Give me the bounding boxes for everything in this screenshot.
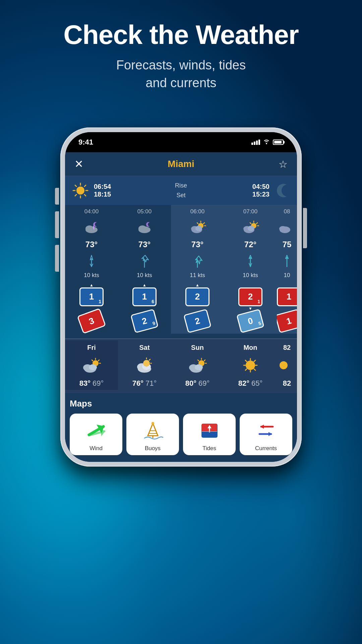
maps-title: Maps — [70, 398, 292, 409]
sun-times: 06:54 18:15 — [94, 183, 111, 198]
weather-icon-col-2 — [171, 217, 224, 238]
wind-arrow-col-4 — [277, 251, 297, 271]
hour-col-4: 08 — [277, 205, 297, 217]
svg-point-52 — [143, 360, 150, 367]
phone-screen: 9:41 — [65, 132, 297, 462]
svg-line-72 — [245, 369, 247, 370]
day-col-mon[interactable]: Mon — [224, 340, 277, 354]
svg-line-69 — [245, 360, 247, 362]
signal-icon — [251, 140, 260, 145]
temp-col-3: 72° — [224, 238, 277, 251]
daily-icon-extra — [277, 354, 297, 377]
daily-icon-fri — [65, 354, 118, 377]
svg-point-64 — [246, 361, 255, 370]
hour-col-3: 07:00 — [224, 205, 277, 217]
wave-badge-col-3: ▼ 21 — [224, 281, 277, 308]
svg-line-54 — [149, 359, 150, 360]
temp-col-4: 75 — [277, 238, 297, 251]
svg-point-76 — [152, 422, 154, 425]
wave-badge-col-0: ▲ 11 — [65, 281, 118, 308]
svg-line-44 — [92, 360, 93, 361]
svg-line-7 — [84, 185, 86, 186]
sun-moon-bar: 06:54 18:15 Rise Set 04:50 15:23 — [65, 176, 297, 205]
wind-speed-col-2: 11 kts — [171, 271, 224, 281]
weather-icon-col-1 — [118, 217, 171, 238]
temp-col-1: 73° — [118, 238, 171, 251]
battery-icon — [273, 140, 284, 145]
svg-line-28 — [256, 223, 257, 224]
favorite-button[interactable]: ☆ — [279, 158, 288, 170]
current-badge-col-1: 29 — [118, 308, 171, 334]
svg-line-71 — [254, 360, 255, 362]
map-card-currents[interactable]: Currents — [240, 414, 292, 455]
day-col-sun[interactable]: Sun — [171, 340, 224, 354]
weather-icon-col-4 — [277, 217, 297, 238]
temp-row: 73° 73° 73° 72° 75 — [65, 238, 297, 251]
close-button[interactable]: ✕ — [74, 158, 83, 170]
svg-marker-87 — [260, 425, 264, 429]
svg-line-70 — [254, 369, 255, 370]
wind-speed-col-0: 10 kts — [65, 271, 118, 281]
wind-map-label: Wind — [89, 445, 103, 452]
status-bar: 9:41 — [65, 132, 297, 152]
svg-point-0 — [76, 186, 84, 195]
current-badge-col-2: 2 — [171, 308, 224, 334]
hourly-section[interactable]: 04:00 05:00 06:00 07:00 08 — [65, 205, 297, 338]
daily-temp-extra: 82 — [277, 377, 297, 390]
wind-arrow-col-2 — [171, 251, 224, 271]
rise-set-labels: Rise Set — [144, 181, 217, 200]
wind-speed-col-4: 10 — [277, 271, 297, 281]
svg-point-12 — [85, 225, 94, 231]
svg-line-42 — [98, 360, 99, 361]
svg-line-22 — [197, 223, 198, 224]
svg-point-16 — [138, 225, 146, 231]
map-card-buoys[interactable]: Buoys — [126, 414, 179, 455]
day-col-sat[interactable]: Sat — [118, 340, 171, 354]
moon-times: 04:50 15:23 — [252, 183, 269, 198]
screen-content: ✕ Miami ☆ — [65, 132, 297, 462]
sunrise-time: 06:54 — [94, 183, 111, 191]
day-col-fri[interactable]: Fri — [65, 340, 118, 354]
hour-col-0: 04:00 — [65, 205, 118, 217]
daily-temp-sat: 76° 71° — [118, 377, 171, 390]
daily-temp-mon: 82° 65° — [224, 377, 277, 390]
map-card-wind[interactable]: Wind — [70, 414, 122, 455]
daily-temp-sun: 80° 69° — [171, 377, 224, 390]
wind-arrow-col-3 — [224, 251, 277, 271]
daily-section[interactable]: Fri Sat Sun Mon 82 — [65, 338, 297, 393]
currents-map-icon — [254, 419, 278, 442]
buoys-map-icon — [141, 419, 165, 442]
svg-line-5 — [75, 185, 76, 186]
day-labels-row: Fri Sat Sun Mon 82 — [65, 339, 297, 354]
svg-line-57 — [204, 360, 205, 361]
current-badges-row: 3 29 — [65, 308, 297, 338]
temp-col-2: 73° — [171, 238, 224, 251]
svg-point-14 — [95, 222, 99, 226]
current-badge-col-0: 3 — [65, 308, 118, 334]
notch — [147, 132, 215, 144]
sun-icon — [72, 182, 89, 199]
day-col-extra[interactable]: 82 — [277, 340, 297, 354]
wave-badge-col-2: ▲ 2 — [171, 281, 224, 308]
city-title: Miami — [168, 159, 194, 169]
daily-icons-row — [65, 354, 297, 377]
maps-section: Maps — [65, 393, 297, 462]
weather-icon-col-3 — [224, 217, 277, 238]
wind-arrow-col-0 — [65, 251, 118, 271]
daily-temp-fri: 83° 69° — [65, 377, 118, 390]
hour-labels-row: 04:00 05:00 06:00 07:00 08 — [65, 205, 297, 217]
svg-line-30 — [250, 223, 251, 224]
wind-speed-col-1: 10 kts — [118, 271, 171, 281]
moon-rise-time: 04:50 — [252, 183, 269, 191]
status-time: 9:41 — [78, 138, 93, 147]
sunset-time: 18:15 — [94, 191, 111, 198]
wave-badge-col-1: ▲ 16 — [118, 281, 171, 308]
wind-arrows-row — [65, 251, 297, 271]
wifi-icon — [263, 139, 270, 146]
weather-icons-row — [65, 217, 297, 238]
page-subtitle: Forecasts, winds, tidesand currents — [0, 56, 362, 92]
nav-bar: ✕ Miami ☆ — [65, 152, 297, 176]
map-card-tides[interactable]: Tides — [183, 414, 236, 455]
weather-icon-col-0 — [65, 217, 118, 238]
wind-speed-col-3: 10 kts — [224, 271, 277, 281]
